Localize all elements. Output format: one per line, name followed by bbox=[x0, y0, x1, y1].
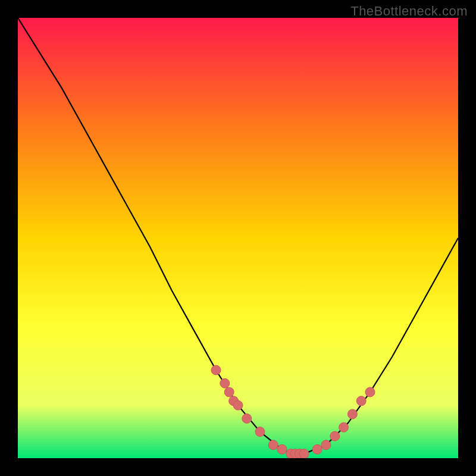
curve-marker bbox=[365, 387, 375, 397]
curve-marker bbox=[233, 400, 243, 410]
curve-marker bbox=[339, 422, 349, 432]
curve-marker bbox=[268, 440, 278, 450]
curve-marker bbox=[242, 414, 252, 423]
curve-marker bbox=[255, 427, 265, 437]
curve-marker bbox=[299, 449, 309, 458]
curve-marker bbox=[224, 387, 234, 397]
curve-marker bbox=[220, 378, 230, 388]
curve-marker bbox=[330, 431, 340, 441]
watermark-text: TheBottleneck.com bbox=[350, 4, 468, 19]
curve-marker bbox=[211, 365, 221, 375]
curve-marker bbox=[321, 440, 331, 450]
curve-marker bbox=[312, 444, 322, 454]
curve-marker bbox=[356, 396, 366, 406]
chart-svg bbox=[18, 18, 458, 458]
curve-marker bbox=[347, 409, 357, 419]
gradient-background bbox=[18, 18, 458, 458]
curve-marker bbox=[277, 444, 287, 454]
chart-plot-area bbox=[18, 18, 458, 458]
